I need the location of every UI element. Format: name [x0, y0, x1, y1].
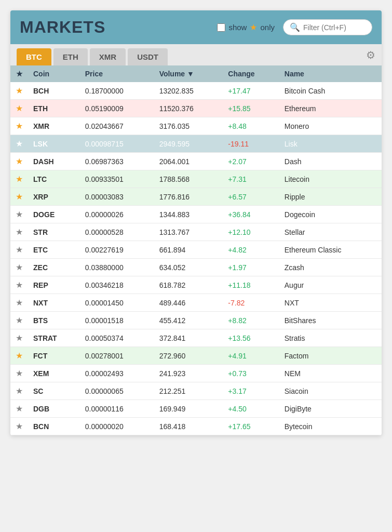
star-icon[interactable]: ★ — [16, 175, 23, 183]
star-cell[interactable]: ★ — [10, 117, 28, 135]
show-label: show — [228, 23, 247, 32]
volume-cell: 2064.001 — [154, 153, 223, 170]
star-cell[interactable]: ★ — [10, 400, 28, 418]
star-icon[interactable]: ★ — [16, 157, 23, 166]
star-cell[interactable]: ★ — [10, 100, 28, 117]
col-volume[interactable]: Volume ▼ — [154, 65, 223, 82]
name-cell: Ethereum Classic — [279, 241, 382, 259]
star-icon[interactable]: ★ — [16, 210, 23, 219]
price-cell: 0.00346218 — [80, 276, 154, 294]
star-cell[interactable]: ★ — [10, 206, 28, 223]
table-row[interactable]: ★ STR 0.00000528 1313.767 +12.10 Stellar — [10, 223, 382, 241]
star-icon[interactable]: ★ — [16, 104, 23, 113]
star-cell[interactable]: ★ — [10, 223, 28, 241]
star-cell[interactable]: ★ — [10, 365, 28, 382]
filter-box[interactable]: 🔍 — [283, 19, 372, 35]
filter-input[interactable] — [303, 23, 366, 32]
star-cell[interactable]: ★ — [10, 294, 28, 312]
star-cell[interactable]: ★ — [10, 312, 28, 329]
star-icon[interactable]: ★ — [16, 122, 23, 130]
table-row[interactable]: ★ NXT 0.00001450 489.446 -7.82 NXT — [10, 294, 382, 312]
volume-cell: 455.412 — [154, 312, 223, 329]
gear-icon[interactable]: ⚙ — [366, 49, 375, 65]
name-cell: Bytecoin — [279, 418, 382, 435]
table-row[interactable]: ★ FCT 0.00278001 272.960 +4.91 Factom — [10, 347, 382, 365]
star-cell[interactable]: ★ — [10, 418, 28, 435]
star-icon[interactable]: ★ — [16, 334, 23, 342]
star-icon[interactable]: ★ — [16, 86, 23, 95]
table-row[interactable]: ★ LSK 0.00098715 2949.595 -19.11 Lisk — [10, 135, 382, 153]
tab-eth[interactable]: ETH — [53, 48, 88, 65]
star-cell[interactable]: ★ — [10, 259, 28, 276]
star-icon[interactable]: ★ — [16, 192, 23, 201]
table-row[interactable]: ★ ETC 0.00227619 661.894 +4.82 Ethereum … — [10, 241, 382, 259]
volume-cell: 1344.883 — [154, 206, 223, 223]
change-cell: +15.85 — [223, 100, 279, 117]
table-row[interactable]: ★ BCN 0.00000020 168.418 +17.65 Bytecoin — [10, 418, 382, 435]
markets-container: MARKETS show ★ only 🔍 BTC ETH XMR USDT ⚙… — [10, 10, 382, 435]
star-cell[interactable]: ★ — [10, 241, 28, 259]
star-icon[interactable]: ★ — [16, 245, 23, 254]
star-cell[interactable]: ★ — [10, 153, 28, 170]
star-cell[interactable]: ★ — [10, 382, 28, 400]
coin-cell: DASH — [28, 153, 80, 170]
change-cell: +17.65 — [223, 418, 279, 435]
price-cell: 0.03880000 — [80, 259, 154, 276]
table-row[interactable]: ★ REP 0.00346218 618.782 +11.18 Augur — [10, 276, 382, 294]
table-row[interactable]: ★ XEM 0.00002493 241.923 +0.73 NEM — [10, 365, 382, 382]
change-cell: -19.11 — [223, 135, 279, 153]
star-icon[interactable]: ★ — [16, 263, 23, 272]
table-row[interactable]: ★ BCH 0.18700000 13202.835 +17.47 Bitcoi… — [10, 82, 382, 100]
table-row[interactable]: ★ DASH 0.06987363 2064.001 +2.07 Dash — [10, 153, 382, 170]
name-cell: Litecoin — [279, 170, 382, 188]
star-icon[interactable]: ★ — [16, 316, 23, 325]
col-change: Change — [223, 65, 279, 82]
table-row[interactable]: ★ STRAT 0.00050374 372.841 +13.56 Strati… — [10, 329, 382, 347]
star-icon[interactable]: ★ — [16, 298, 23, 307]
show-only-checkbox[interactable] — [217, 23, 225, 32]
table-row[interactable]: ★ ZEC 0.03880000 634.052 +1.97 Zcash — [10, 259, 382, 276]
table-row[interactable]: ★ ETH 0.05190009 11520.376 +15.85 Ethere… — [10, 100, 382, 117]
change-cell: +12.10 — [223, 223, 279, 241]
table-row[interactable]: ★ BTS 0.00001518 455.412 +8.82 BitShares — [10, 312, 382, 329]
star-icon[interactable]: ★ — [16, 404, 23, 413]
tab-btc[interactable]: BTC — [17, 48, 51, 65]
coin-cell: FCT — [28, 347, 80, 365]
table-row[interactable]: ★ LTC 0.00933501 1788.568 +7.31 Litecoin — [10, 170, 382, 188]
tab-usdt[interactable]: USDT — [128, 48, 168, 65]
search-icon: 🔍 — [290, 22, 300, 32]
tab-xmr[interactable]: XMR — [90, 48, 126, 65]
star-icon[interactable]: ★ — [16, 387, 23, 395]
change-cell: +8.48 — [223, 117, 279, 135]
name-cell: Factom — [279, 347, 382, 365]
star-icon[interactable]: ★ — [16, 369, 23, 378]
star-cell[interactable]: ★ — [10, 135, 28, 153]
price-cell: 0.00000116 — [80, 400, 154, 418]
table-row[interactable]: ★ DGB 0.00000116 169.949 +4.50 DigiByte — [10, 400, 382, 418]
star-icon[interactable]: ★ — [16, 422, 23, 431]
price-cell: 0.00000026 — [80, 206, 154, 223]
coin-cell: NXT — [28, 294, 80, 312]
star-cell[interactable]: ★ — [10, 170, 28, 188]
star-icon[interactable]: ★ — [16, 139, 23, 148]
star-icon[interactable]: ★ — [16, 351, 23, 360]
coin-cell: DGB — [28, 400, 80, 418]
coin-cell: LTC — [28, 170, 80, 188]
star-icon[interactable]: ★ — [16, 228, 23, 236]
table-row[interactable]: ★ XRP 0.00003083 1776.816 +6.57 Ripple — [10, 188, 382, 206]
name-cell: Augur — [279, 276, 382, 294]
volume-cell: 212.251 — [154, 382, 223, 400]
star-cell[interactable]: ★ — [10, 82, 28, 100]
star-cell[interactable]: ★ — [10, 276, 28, 294]
table-row[interactable]: ★ SC 0.00000065 212.251 +3.17 Siacoin — [10, 382, 382, 400]
table-row[interactable]: ★ XMR 0.02043667 3176.035 +8.48 Monero — [10, 117, 382, 135]
volume-cell: 661.894 — [154, 241, 223, 259]
volume-cell: 13202.835 — [154, 82, 223, 100]
star-cell[interactable]: ★ — [10, 329, 28, 347]
price-cell: 0.00002493 — [80, 365, 154, 382]
star-cell[interactable]: ★ — [10, 347, 28, 365]
star-cell[interactable]: ★ — [10, 188, 28, 206]
table-row[interactable]: ★ DOGE 0.00000026 1344.883 +36.84 Dogeco… — [10, 206, 382, 223]
volume-cell: 1788.568 — [154, 170, 223, 188]
star-icon[interactable]: ★ — [16, 281, 23, 289]
